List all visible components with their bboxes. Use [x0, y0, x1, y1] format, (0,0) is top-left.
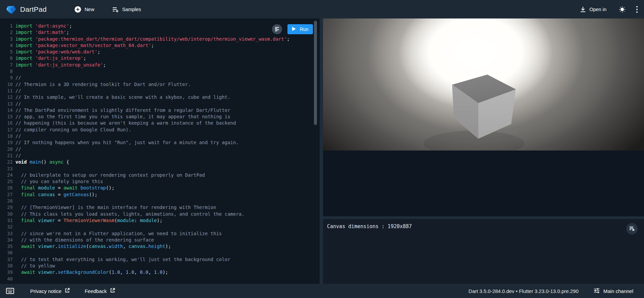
line-number: 30: [0, 211, 13, 217]
feedback-label: Feedback: [85, 288, 107, 294]
line-number: 5: [0, 49, 13, 55]
main-area: Run 1import 'dart:async';2import 'dart:m…: [0, 18, 644, 284]
line-number: 27: [0, 191, 13, 198]
line-number: 14: [0, 107, 13, 114]
code-line[interactable]: 26 final module = await bootstrap();: [0, 185, 320, 191]
code-line[interactable]: 21//: [0, 153, 320, 159]
clear-console-button[interactable]: [626, 223, 638, 235]
code-line-text: // since we're not in a Flutter applicat…: [15, 230, 222, 237]
code-line[interactable]: 40: [0, 276, 320, 282]
code-line[interactable]: 30 // This class lets you load assets, l…: [0, 211, 320, 217]
code-line-text: import 'dart:js_interop_unsafe';: [15, 62, 106, 68]
code-line[interactable]: 8: [0, 68, 320, 75]
line-number: 2: [0, 29, 13, 36]
code-line[interactable]: 4import 'package:vector_math/vector_math…: [0, 42, 320, 49]
samples-button[interactable]: Samples: [112, 6, 141, 13]
code-line[interactable]: 34 // with the dimensions of the renderi…: [0, 237, 320, 243]
code-line[interactable]: 22void main() async {: [0, 159, 320, 165]
code-line[interactable]: 29 // [ThermionViewer] is the main inter…: [0, 204, 320, 211]
channel-selector[interactable]: Main channel: [593, 287, 633, 295]
code-line-text: //: [15, 153, 21, 159]
line-number: 12: [0, 94, 13, 100]
feedback-link[interactable]: Feedback: [85, 288, 115, 294]
line-number: 39: [0, 269, 13, 275]
code-line[interactable]: 31 final viewer = ThermionViewerWasm(mod…: [0, 217, 320, 224]
code-line[interactable]: 25 // you can safely ignore this: [0, 178, 320, 185]
code-line[interactable]: 27 final canvas = getCanvas();: [0, 191, 320, 198]
code-line[interactable]: 15// app, so the first time you run this…: [0, 114, 320, 120]
line-number: 11: [0, 88, 13, 94]
code-line[interactable]: 36: [0, 250, 320, 256]
line-number: 32: [0, 224, 13, 230]
code-line[interactable]: 24 // boilerplate to setup our rendering…: [0, 172, 320, 178]
code-line[interactable]: 35 await viewer.initialize(canvas.width,…: [0, 243, 320, 250]
brightness-icon[interactable]: [619, 6, 626, 13]
code-line[interactable]: 13//: [0, 101, 320, 107]
dartpad-logo: [6, 4, 17, 15]
output-console-divider[interactable]: [323, 216, 644, 219]
privacy-notice-label: Privacy notice: [30, 288, 61, 294]
code-line[interactable]: 7import 'dart:js_interop_unsafe';: [0, 62, 320, 68]
console-output: Canvas dimensions : 644x298: [327, 223, 640, 229]
format-button[interactable]: [272, 24, 282, 34]
code-line[interactable]: 10// Thermion is a 3D rendering toolkit …: [0, 81, 320, 88]
code-line-text: // compiler running on Google Cloud Run)…: [15, 127, 131, 133]
code-line[interactable]: 32: [0, 224, 320, 230]
download-icon: [580, 6, 586, 13]
code-line[interactable]: 38 // to yellow: [0, 263, 320, 269]
code-line[interactable]: 11//: [0, 88, 320, 94]
line-number: 31: [0, 217, 13, 224]
code-editor[interactable]: 1import 'dart:async';2import 'dart:math'…: [0, 18, 320, 282]
panel-splitter[interactable]: [320, 18, 323, 284]
code-line[interactable]: 3import 'package:thermion_dart/thermion_…: [0, 36, 320, 42]
version-info: Dart 3.5.0-284.0.dev • Flutter 3.23.0-13…: [469, 288, 579, 294]
line-number: 21: [0, 153, 13, 159]
code-line[interactable]: 23: [0, 166, 320, 172]
code-line-text: // [ThermionViewer] is the main interfac…: [15, 204, 216, 211]
line-number: 15: [0, 114, 13, 120]
line-number: 1: [0, 23, 13, 29]
code-line[interactable]: 19// If nothing happens when you hit "Ru…: [0, 139, 320, 146]
playlist-add-icon: [112, 6, 119, 13]
line-number: 37: [0, 256, 13, 263]
line-number: 6: [0, 55, 13, 61]
code-line[interactable]: 20//: [0, 146, 320, 153]
code-line-text: //: [15, 146, 21, 153]
code-line[interactable]: 2import 'dart:math';: [0, 29, 320, 36]
line-number: 26: [0, 185, 13, 191]
line-number: 35: [0, 243, 13, 250]
code-line[interactable]: 1import 'dart:async';: [0, 23, 320, 29]
code-line-text: import 'package:vector_math/vector_math_…: [15, 42, 154, 49]
code-line[interactable]: 6import 'dart:js_interop';: [0, 55, 320, 61]
new-button[interactable]: New: [74, 6, 94, 13]
privacy-notice-link[interactable]: Privacy notice: [30, 288, 70, 294]
app-header: DartPad New Samples Open in: [0, 0, 644, 18]
kebab-menu-icon[interactable]: [636, 6, 638, 13]
keyboard-icon[interactable]: [6, 288, 14, 294]
code-line[interactable]: 16// happening (this is because we aren'…: [0, 120, 320, 126]
line-number: 28: [0, 198, 13, 204]
run-button[interactable]: Run: [287, 24, 313, 34]
code-line[interactable]: 12// In this sample, we'll create a basi…: [0, 94, 320, 100]
code-line-text: import 'dart:js_interop';: [15, 55, 86, 61]
channel-label: Main channel: [603, 288, 633, 294]
code-line[interactable]: 37 // to test that everything is working…: [0, 256, 320, 263]
line-number: 17: [0, 127, 13, 133]
code-line[interactable]: 33 // since we're not in a Flutter appli…: [0, 230, 320, 237]
tune-icon: [593, 287, 600, 295]
code-line[interactable]: 5import 'package:web/web.dart';: [0, 49, 320, 55]
code-line[interactable]: 18//: [0, 133, 320, 139]
run-button-label: Run: [300, 27, 309, 32]
code-line[interactable]: 17// compiler running on Google Cloud Ru…: [0, 127, 320, 133]
open-in-button[interactable]: Open in: [580, 6, 606, 13]
editor-scrollbar[interactable]: [314, 21, 317, 125]
code-line[interactable]: 9//: [0, 75, 320, 81]
code-line[interactable]: 39 await viewer.setBackgroundColor(1.0, …: [0, 269, 320, 275]
code-line-text: await viewer.setBackgroundColor(1.0, 1.0…: [15, 269, 168, 275]
code-line[interactable]: 28: [0, 198, 320, 204]
code-line[interactable]: 14// The DartPad environment is slightly…: [0, 107, 320, 114]
console-panel: Canvas dimensions : 644x298: [323, 219, 644, 284]
samples-button-label: Samples: [122, 7, 141, 12]
render-canvas[interactable]: [323, 18, 644, 151]
code-line-text: //: [15, 75, 21, 81]
